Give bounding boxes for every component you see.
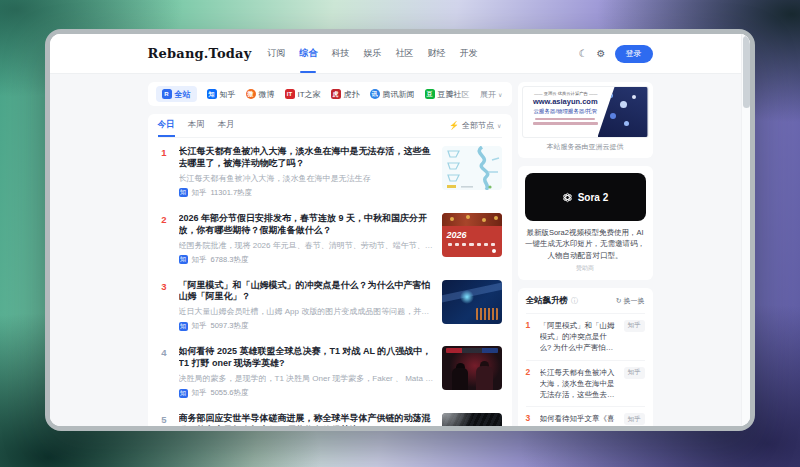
news-meta: 知 知乎 5055.6热度 xyxy=(179,388,434,398)
node-filter-dropdown[interactable]: ⚡ 全部节点 ∨ xyxy=(449,120,501,131)
news-title[interactable]: 2026 年部分节假日安排发布，春节连放 9 天，中秋和国庆分开放，你有哪些期待… xyxy=(179,213,434,237)
weibo-icon: 微 xyxy=(246,89,256,99)
thumbnail-2026-calendar[interactable]: 2026 xyxy=(442,213,502,257)
ad-caption: 本站服务器由亚洲云提供 xyxy=(522,142,649,152)
scrollbar-thumb[interactable] xyxy=(743,36,750,108)
news-row-5[interactable]: 5 商务部回应安世半导体磋商进展，称全球半导体产供链的动荡混乱，荷方应承担全部责… xyxy=(158,405,502,426)
openai-logo-icon xyxy=(562,192,573,203)
news-description: 近日大量山姆会员吐槽，山姆 App 改版的图片变成成品图等问题，并认为产品加了.… xyxy=(179,306,434,317)
rising-row-1[interactable]: 1 「阿里模式」和「山姆模式」的冲突点是什么? 为什么中产害怕山姆「阿里... … xyxy=(526,314,645,361)
nav-tech[interactable]: 科技 xyxy=(331,34,349,73)
zhihu-icon: 知 xyxy=(179,255,188,264)
heat-value: 11301.7热度 xyxy=(211,188,253,198)
page: Rebang.Today 订阅 综合 科技 娱乐 社区 财经 开发 ☾ ⚙ 登录 xyxy=(50,34,750,426)
zhihu-icon: 知 xyxy=(207,89,217,99)
tab-this-month[interactable]: 本月 xyxy=(218,114,235,137)
source-tab-ithome[interactable]: IT IT之家 xyxy=(285,89,321,100)
news-meta: 知 知乎 11301.7热度 xyxy=(179,188,434,198)
ad-fine-print xyxy=(527,118,605,125)
news-row-3[interactable]: 3 「阿里模式」和「山姆模式」的冲突点是什么？为什么中产害怕山姆「阿里化」？ 近… xyxy=(158,272,502,339)
chevron-down-icon: ∨ xyxy=(498,91,502,98)
rising-text[interactable]: 「阿里模式」和「山姆模式」的冲突点是什么? 为什么中产害怕山姆「阿里... xyxy=(540,320,619,354)
dark-mode-icon[interactable]: ☾ xyxy=(579,49,588,59)
douban-icon: 豆 xyxy=(425,89,435,99)
refresh-icon: ↻ xyxy=(616,297,622,305)
rank-number: 3 xyxy=(158,280,171,332)
news-title[interactable]: 商务部回应安世半导体磋商进展，称全球半导体产供链的动荡混乱，荷方应承担全部责任，… xyxy=(179,413,434,426)
lightning-icon: ⚡ xyxy=(449,121,459,130)
news-row-1[interactable]: 1 长江每天都有鱼被冲入大海，淡水鱼在海中是无法存活，这些鱼去哪里了，被海洋动物… xyxy=(158,138,502,205)
hupu-icon: 虎 xyxy=(331,89,341,99)
rebang-icon: R xyxy=(162,89,172,99)
tencent-news-icon: 讯 xyxy=(370,89,380,99)
browser-window: Rebang.Today 订阅 综合 科技 娱乐 社区 财经 开发 ☾ ⚙ 登录 xyxy=(45,29,755,431)
source-tag: 知乎 xyxy=(624,413,645,425)
source-tab-zhihu[interactable]: 知 知乎 xyxy=(207,89,236,100)
nav-general[interactable]: 综合 xyxy=(299,34,317,73)
heat-value: 5055.6热度 xyxy=(211,388,249,398)
expand-sources-button[interactable]: 展开 ∨ xyxy=(454,82,512,106)
rank-number: 2 xyxy=(526,367,535,401)
nav-entertainment[interactable]: 娱乐 xyxy=(363,34,381,73)
news-title[interactable]: 如何看待 2025 英雄联盟全球总决赛，T1 对战 AL 的八强战中，T1 打野… xyxy=(179,346,434,370)
thumbnail-sam-store[interactable] xyxy=(442,280,502,324)
chevron-down-icon: ∨ xyxy=(497,122,501,129)
source-name: 知乎 xyxy=(192,188,207,198)
nav-community[interactable]: 社区 xyxy=(395,34,413,73)
settings-gear-icon[interactable]: ⚙ xyxy=(597,49,606,59)
source-name: 知乎 xyxy=(192,255,207,265)
rising-row-3[interactable]: 3 如何看待知乎文章《喜报！华中科技大学这个宿舍，全都未保研！》获高赞? 知乎 xyxy=(526,407,645,426)
nav-dev[interactable]: 开发 xyxy=(459,34,477,73)
ad-services: 云服务器/物理服务器/托管 xyxy=(527,108,605,115)
source-tag: 知乎 xyxy=(624,367,645,379)
asiayun-ad-banner[interactable]: —— 亚洲云 优质云计算广告 —— www.asiayun.com 云服务器/物… xyxy=(522,86,649,138)
rising-list-title: 全站飙升榜 xyxy=(526,295,569,307)
thumbnail-river-diagram[interactable] xyxy=(442,146,502,190)
source-tab-hupu[interactable]: 虎 虎扑 xyxy=(331,89,360,100)
ad-domain: www.asiayun.com xyxy=(527,97,605,106)
rising-row-2[interactable]: 2 长江每天都有鱼被冲入大海，淡水鱼在海中是无法存活，这些鱼去哪里了，被海...… xyxy=(526,361,645,408)
ad-tagline: —— 亚洲云 优质云计算广告 —— xyxy=(528,91,602,96)
news-row-2[interactable]: 2 2026 年部分节假日安排发布，春节连放 9 天，中秋和国庆分开放，你有哪些… xyxy=(158,205,502,272)
tab-this-week[interactable]: 本周 xyxy=(188,114,205,137)
nav-subscribe[interactable]: 订阅 xyxy=(267,34,285,73)
news-title[interactable]: 「阿里模式」和「山姆模式」的冲突点是什么？为什么中产害怕山姆「阿里化」？ xyxy=(179,280,434,304)
time-tabs: 今日 本周 本月 ⚡ 全部节点 ∨ xyxy=(158,114,502,138)
news-description: 经国务院批准，现将 2026 年元旦、春节、清明节、劳动节、端午节、中秋节和国庆… xyxy=(179,240,434,251)
source-name: 知乎 xyxy=(192,321,207,331)
info-icon[interactable]: ⓘ xyxy=(571,296,578,306)
heat-value: 5097.3热度 xyxy=(211,321,249,331)
thumbnail-esports-match[interactable] xyxy=(442,346,502,390)
page-body: R 全站 知 知乎 微 微博 IT IT之家 xyxy=(50,74,750,426)
source-tab-weibo[interactable]: 微 微博 xyxy=(246,89,275,100)
source-tabs-bar: R 全站 知 知乎 微 微博 IT IT之家 xyxy=(148,82,512,106)
source-tab-tencent-news[interactable]: 讯 腾讯新闻 xyxy=(370,89,415,100)
sora-description: 最新版Sora2视频模型免费使用，AI一键生成无水印短片，无需邀请码，人物自动配… xyxy=(525,227,646,261)
rank-number: 3 xyxy=(526,413,535,426)
nav-finance[interactable]: 财经 xyxy=(427,34,445,73)
source-tab-all[interactable]: R 全站 xyxy=(156,86,197,102)
rising-text[interactable]: 长江每天都有鱼被冲入大海，淡水鱼在海中是无法存活，这些鱼去哪里了，被海... xyxy=(540,367,619,401)
sora-promo-card: Sora 2 最新版Sora2视频模型免费使用，AI一键生成无水印短片，无需邀请… xyxy=(518,166,653,280)
ad-graphic xyxy=(598,87,648,137)
rank-number: 1 xyxy=(158,146,171,198)
sora-banner[interactable]: Sora 2 xyxy=(525,173,646,221)
rising-list-card: 全站飙升榜 ⓘ ↻ 换一换 1 「阿里模式」和「山姆模式」的冲突点是什么? 为什… xyxy=(518,288,653,426)
news-description: 决胜局的蒙多，是现学的，T1 决胜局 Oner 现学蒙多，Faker 、 Mat… xyxy=(179,373,434,384)
tab-today[interactable]: 今日 xyxy=(158,114,175,137)
refresh-button[interactable]: ↻ 换一换 xyxy=(616,296,645,306)
rising-text[interactable]: 如何看待知乎文章《喜报！华中科技大学这个宿舍，全都未保研！》获高赞? xyxy=(540,413,619,426)
zhihu-icon: 知 xyxy=(179,322,188,331)
site-logo[interactable]: Rebang.Today xyxy=(148,46,252,61)
news-title[interactable]: 长江每天都有鱼被冲入大海，淡水鱼在海中是无法存活，这些鱼去哪里了，被海洋动物吃了… xyxy=(179,146,434,170)
news-row-4[interactable]: 4 如何看待 2025 英雄联盟全球总决赛，T1 对战 AL 的八强战中，T1 … xyxy=(158,338,502,405)
page-scrollbar[interactable] xyxy=(741,34,750,426)
heat-value: 6788.3热度 xyxy=(211,255,249,265)
source-tag: 知乎 xyxy=(624,320,645,332)
login-button[interactable]: 登录 xyxy=(615,45,653,63)
ithome-icon: IT xyxy=(285,89,295,99)
thumbnail-semiconductor-wafer[interactable] xyxy=(442,413,502,426)
zhihu-icon: 知 xyxy=(179,188,188,197)
rank-number: 4 xyxy=(158,346,171,398)
main-nav: 订阅 综合 科技 娱乐 社区 财经 开发 xyxy=(267,34,477,73)
